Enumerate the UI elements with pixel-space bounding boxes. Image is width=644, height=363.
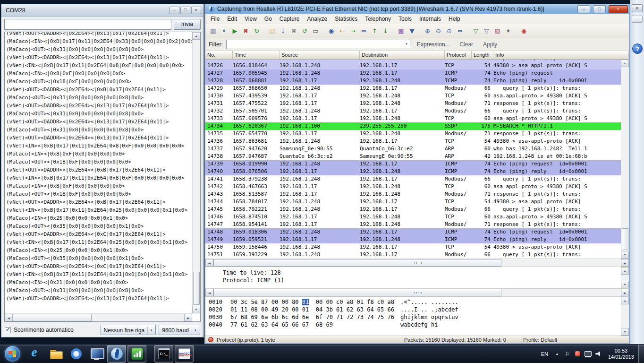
scroll-up-icon[interactable] xyxy=(192,32,200,40)
capture-options-icon[interactable]: ✦ xyxy=(219,26,229,36)
zoom-out-icon[interactable]: ⊖ xyxy=(433,26,444,36)
column-header-destination[interactable]: Destination xyxy=(360,51,445,59)
capture-filters-icon[interactable]: ▽ xyxy=(470,26,481,36)
wireshark-titlebar[interactable]: Capturing from Realtek RTL8102E PCI-E Fa… xyxy=(205,4,629,14)
zoom-in-icon[interactable]: ⊕ xyxy=(422,26,433,36)
hex-bytes[interactable]: 77 61 62 63 64 65 66 67 68 69 xyxy=(230,321,397,328)
capture-restart-icon[interactable]: ↻ xyxy=(251,26,262,36)
column-header-no[interactable]: No. xyxy=(205,51,233,59)
filter-combo[interactable] xyxy=(226,40,410,49)
serial-vertical-scrollbar[interactable] xyxy=(192,32,200,313)
open-file-icon[interactable]: ▤ xyxy=(267,26,278,36)
serial-output-area[interactable]: (vNet)<OUT><DADDR><|0x2E64><|0x13|0x17|0… xyxy=(4,32,201,322)
packet-row[interactable]: 147511659.393229192.168.1.248192.168.1.1… xyxy=(205,251,621,259)
display-filters-icon[interactable]: ▽ xyxy=(481,26,492,36)
resize-columns-icon[interactable]: ⇔ xyxy=(455,26,466,36)
taskbar-blue-circle-app[interactable] xyxy=(67,345,85,363)
network-icon[interactable] xyxy=(584,350,593,358)
packet-row[interactable]: 147301657.439539192.168.1.17192.168.1.24… xyxy=(205,92,621,100)
zoom-normal-icon[interactable]: ⊙ xyxy=(444,26,455,36)
taskbar-wireshark[interactable] xyxy=(107,345,126,363)
scroll-left-icon[interactable] xyxy=(205,259,213,267)
start-button[interactable] xyxy=(0,345,25,363)
packet-row[interactable]: 147371657.947620SamsungE_0e:90:55QuantaC… xyxy=(205,145,621,153)
serial-monitor-titlebar[interactable]: COM28 – □ × xyxy=(1,4,203,17)
close-file-icon[interactable]: ✖ xyxy=(288,26,299,36)
red-status-icon[interactable] xyxy=(574,350,582,358)
menu-view[interactable]: View xyxy=(241,15,261,23)
column-header-length[interactable]: Length xyxy=(472,51,493,59)
column-header-info[interactable]: Info xyxy=(493,51,629,59)
reload-file-icon[interactable]: ↺ xyxy=(299,26,310,36)
auto-scroll-icon[interactable]: ▼ xyxy=(407,26,417,36)
packet-row[interactable]: 147401658.076506192.168.1.17192.168.1.24… xyxy=(205,168,621,175)
packet-row[interactable]: 147461658.874510192.168.1.17192.168.1.24… xyxy=(205,213,621,221)
menu-edit[interactable]: Edit xyxy=(223,15,241,23)
go-back-icon[interactable]: ← xyxy=(337,26,347,36)
minimize-button[interactable]: – xyxy=(169,7,179,14)
save-file-icon[interactable]: ↧ xyxy=(278,26,288,36)
taskbar-internet-explorer[interactable] xyxy=(26,345,45,363)
details-vertical-scrollbar[interactable] xyxy=(621,267,629,288)
scroll-down-icon[interactable] xyxy=(621,328,629,336)
show-desktop-button[interactable] xyxy=(638,345,644,363)
packet-row[interactable]: 147481659.018306192.168.1.248192.168.1.1… xyxy=(205,228,621,236)
packet-row[interactable]: 147451658.792221192.168.1.248192.168.1.1… xyxy=(205,206,621,213)
packet-row[interactable]: 147381657.947687QuantaCo_b6:3c:e2Samsung… xyxy=(205,153,621,160)
status-profile[interactable]: Profile: Default xyxy=(523,337,626,343)
capture-start-icon[interactable]: ▶ xyxy=(229,26,240,36)
list-interfaces-icon[interactable]: ▦ xyxy=(208,26,219,36)
close-button[interactable]: × xyxy=(191,7,201,14)
action-center-icon[interactable] xyxy=(563,350,572,358)
close-button[interactable]: × xyxy=(609,5,628,13)
hex-vertical-scrollbar[interactable] xyxy=(621,297,629,336)
packet-row[interactable]: 147501659.158446192.168.1.248192.168.1.1… xyxy=(205,243,621,251)
scrollbar-thumb[interactable] xyxy=(622,228,628,250)
go-to-top-icon[interactable]: ↑ xyxy=(369,26,380,36)
go-to-packet-icon[interactable]: ⇒ xyxy=(358,26,369,36)
scrollbar-thumb[interactable] xyxy=(13,314,92,321)
scroll-down-icon[interactable] xyxy=(621,281,629,288)
column-header-time[interactable]: Time xyxy=(233,51,280,59)
preferences-icon[interactable]: ✦ xyxy=(503,26,514,36)
menu-telephony[interactable]: Telephony xyxy=(361,15,395,23)
scroll-left-icon[interactable] xyxy=(205,289,213,296)
autoscroll-checkbox[interactable] xyxy=(5,327,11,333)
menu-internals[interactable]: Internals xyxy=(415,15,445,23)
scrollbar-thumb[interactable] xyxy=(193,272,200,305)
maximize-button[interactable]: □ xyxy=(593,5,606,13)
hidden-icons-icon[interactable] xyxy=(553,350,561,358)
serial-send-input[interactable] xyxy=(4,19,171,30)
menu-statistics[interactable]: Statistics xyxy=(331,15,361,23)
chevron-down-icon[interactable] xyxy=(192,327,199,334)
packet-row[interactable]: 147471658.954141192.168.1.17192.168.1.24… xyxy=(205,221,621,228)
expression-button[interactable]: Expression... xyxy=(414,40,453,49)
taskbar-my-computer[interactable] xyxy=(87,345,106,363)
taskbar-command-prompt[interactable] xyxy=(154,345,173,363)
column-header-protocol[interactable]: Protocol xyxy=(445,51,472,59)
scroll-right-icon[interactable] xyxy=(184,314,192,321)
filter-input[interactable] xyxy=(227,40,403,49)
packet-row[interactable]: 147351657.654770192.168.1.17192.168.1.24… xyxy=(205,130,621,138)
packet-row[interactable]: 147261656.818464192.168.1.248192.168.1.1… xyxy=(205,62,621,69)
menu-analyze[interactable]: Analyze xyxy=(304,15,331,23)
scrollbar-thumb[interactable] xyxy=(213,259,501,267)
pane-grip[interactable] xyxy=(413,262,422,264)
packet-row[interactable]: 147361657.863681192.168.1.248192.168.1.1… xyxy=(205,138,621,145)
menu-tools[interactable]: Tools xyxy=(395,15,415,23)
scroll-left-icon[interactable] xyxy=(5,314,13,321)
clear-button[interactable]: Clear xyxy=(456,40,476,49)
scroll-down-icon[interactable] xyxy=(192,306,200,313)
go-to-bottom-icon[interactable]: ↓ xyxy=(380,26,391,36)
packet-row[interactable]: 147321657.505701192.168.1.248192.168.1.1… xyxy=(205,107,621,115)
packet-list-vertical-scrollbar[interactable] xyxy=(621,60,629,259)
packet-row[interactable]: 147491659.059521192.168.1.17192.168.1.24… xyxy=(205,236,621,243)
detail-line[interactable]: Protocol: ICMP (1) xyxy=(209,277,619,284)
packet-row[interactable]: 147311657.475522192.168.1.17192.168.1.24… xyxy=(205,100,621,107)
capture-stop-icon[interactable]: ✖ xyxy=(240,26,251,36)
chevron-down-icon[interactable] xyxy=(403,40,410,48)
expert-info-icon[interactable] xyxy=(208,337,213,342)
scroll-up-icon[interactable] xyxy=(621,60,629,67)
minimize-button[interactable]: – xyxy=(577,5,590,13)
help-icon[interactable]: ? xyxy=(632,43,643,54)
